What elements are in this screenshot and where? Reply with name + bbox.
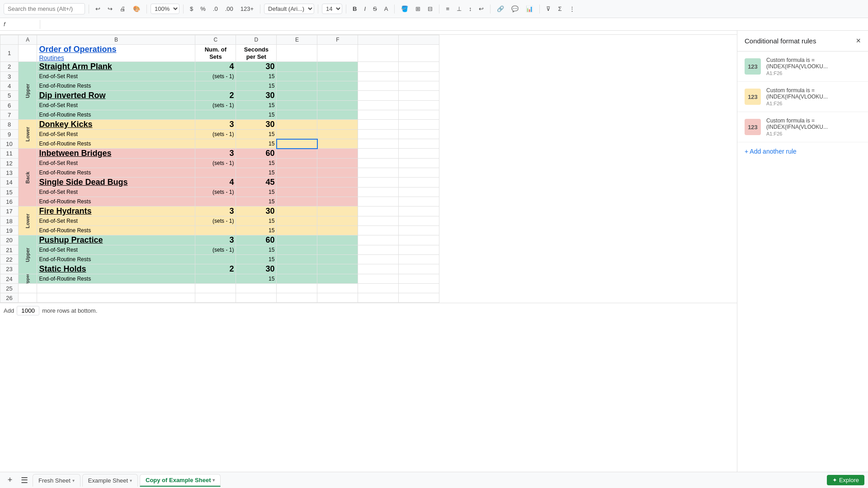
col-header-h[interactable] (399, 35, 439, 45)
cell-b17[interactable]: Fire Hydrants (37, 206, 195, 216)
fill-color-button[interactable]: 🪣 (398, 4, 411, 14)
borders-button[interactable]: ⊞ (413, 4, 423, 14)
cell-f7[interactable] (317, 110, 358, 120)
cell-d10[interactable]: 15 (236, 139, 277, 149)
cell-c4[interactable] (195, 81, 236, 91)
cell-e18[interactable] (277, 216, 317, 226)
cell-a1[interactable] (19, 45, 37, 62)
cell-e11[interactable] (277, 149, 317, 159)
formula-input[interactable] (44, 21, 864, 28)
cell-a20[interactable]: Upper (19, 235, 37, 274)
search-input[interactable] (4, 3, 85, 14)
cell-d24[interactable]: 15 (236, 274, 277, 284)
cell-f22[interactable] (317, 255, 358, 264)
redo-button[interactable]: ↪ (105, 4, 115, 14)
cell-c1[interactable]: Num. ofSets (195, 45, 236, 62)
cell-f8[interactable] (317, 120, 358, 130)
cell-c25[interactable] (195, 284, 236, 293)
cell-e24[interactable] (277, 274, 317, 284)
cell-f6[interactable] (317, 101, 358, 110)
cell-b18[interactable]: End-of-Set Rest (37, 216, 195, 226)
zoom-select[interactable]: 100% (151, 4, 179, 14)
print-button[interactable]: 🖨 (117, 4, 128, 14)
cell-c26[interactable] (195, 293, 236, 303)
cell-f15[interactable] (317, 188, 358, 197)
cell-b8[interactable]: Donkey Kicks (37, 120, 195, 130)
italic-button[interactable]: I (361, 4, 368, 14)
cell-c9[interactable]: (sets - 1) (195, 130, 236, 139)
cell-e7[interactable] (277, 110, 317, 120)
cell-c18[interactable]: (sets - 1) (195, 216, 236, 226)
decimal2-button[interactable]: .00 (222, 4, 236, 14)
cell-a26[interactable] (19, 293, 37, 303)
cell-f25[interactable] (317, 284, 358, 293)
cell-f17[interactable] (317, 206, 358, 216)
cell-f3[interactable] (317, 72, 358, 81)
cell-b1[interactable]: Order of Operations Routines (37, 45, 195, 62)
cell-b10[interactable]: End-of-Routine Rests (37, 139, 195, 149)
col-header-c[interactable]: C (195, 35, 236, 45)
cell-b22[interactable]: End-of-Routine Rests (37, 255, 195, 264)
cell-d5[interactable]: 30 (236, 91, 277, 101)
cell-f23[interactable] (317, 264, 358, 274)
cell-c13[interactable] (195, 168, 236, 178)
cell-e21[interactable] (277, 245, 317, 255)
paint-format-button[interactable]: 🎨 (130, 4, 143, 14)
col-header-f[interactable]: F (317, 35, 358, 45)
cell-f4[interactable] (317, 81, 358, 91)
cell-e3[interactable] (277, 72, 317, 81)
cell-a25[interactable] (19, 284, 37, 293)
cell-e2[interactable] (277, 62, 317, 72)
cell-d11[interactable]: 60 (236, 149, 277, 159)
cell-c16[interactable] (195, 197, 236, 206)
cell-d25[interactable] (236, 284, 277, 293)
text-wrap-button[interactable]: ↩ (476, 4, 486, 14)
cell-d23[interactable]: 30 (236, 264, 277, 274)
cell-e4[interactable] (277, 81, 317, 91)
merge-button[interactable]: ⊟ (425, 4, 435, 14)
cell-c3[interactable]: (sets - 1) (195, 72, 236, 81)
cell-b7[interactable]: End-of-Routine Rests (37, 110, 195, 120)
cell-b3[interactable]: End-of-Set Rest (37, 72, 195, 81)
col-header-e[interactable]: E (277, 35, 317, 45)
cell-d14[interactable]: 45 (236, 178, 277, 188)
cell-c8[interactable]: 3 (195, 120, 236, 130)
cell-d18[interactable]: 15 (236, 216, 277, 226)
cell-e16[interactable] (277, 197, 317, 206)
cell-f26[interactable] (317, 293, 358, 303)
decimal1-button[interactable]: .0 (210, 4, 221, 14)
cell-a11[interactable]: Back (19, 149, 37, 206)
cell-d12[interactable]: 15 (236, 159, 277, 168)
cell-d22[interactable]: 15 (236, 255, 277, 264)
cell-e15[interactable] (277, 188, 317, 197)
cell-c7[interactable] (195, 110, 236, 120)
cell-f24[interactable] (317, 274, 358, 284)
cell-e22[interactable] (277, 255, 317, 264)
rule-item-2[interactable]: 123 Custom formula is = (INDEX(IFNA(VLOO… (737, 82, 868, 112)
filter-button[interactable]: ⊽ (543, 4, 553, 14)
rule-item-1[interactable]: 123 Custom formula is = (INDEX(IFNA(VLOO… (737, 52, 868, 82)
cell-c11[interactable]: 3 (195, 149, 236, 159)
cell-b16[interactable]: End-of-Routine Rests (37, 197, 195, 206)
cell-d9[interactable]: 15 (236, 130, 277, 139)
strikethrough-button[interactable]: S (370, 4, 380, 14)
cell-c6[interactable]: (sets - 1) (195, 101, 236, 110)
function-button[interactable]: Σ (555, 4, 564, 14)
cell-f9[interactable] (317, 130, 358, 139)
cell-b24[interactable]: End-of-Routine Rests (37, 274, 195, 284)
cell-c12[interactable]: (sets - 1) (195, 159, 236, 168)
more-button[interactable]: ⋮ (566, 4, 578, 14)
bold-button[interactable]: B (350, 4, 359, 14)
percent-button[interactable]: % (198, 4, 208, 14)
cell-e6[interactable] (277, 101, 317, 110)
cell-c19[interactable] (195, 226, 236, 235)
cell-b12[interactable]: End-of-Set Rest (37, 159, 195, 168)
cell-e10[interactable] (277, 139, 317, 149)
cell-a2[interactable]: Upper (19, 62, 37, 120)
comment-button[interactable]: 💬 (509, 4, 521, 14)
cell-e25[interactable] (277, 284, 317, 293)
cell-c20[interactable]: 3 (195, 235, 236, 245)
cell-f19[interactable] (317, 226, 358, 235)
align-button[interactable]: ≡ (443, 4, 452, 14)
cell-d6[interactable]: 15 (236, 101, 277, 110)
